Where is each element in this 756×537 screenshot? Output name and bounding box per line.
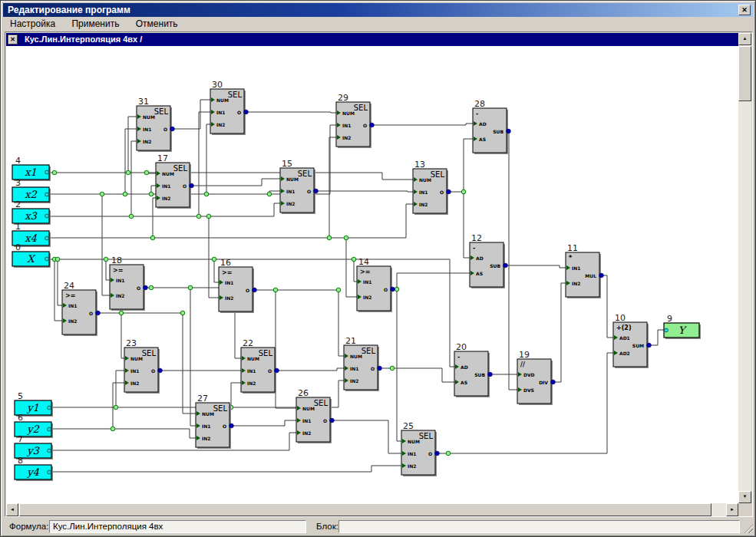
input-port-label: IN1 (302, 418, 311, 423)
output-port-dot (599, 273, 604, 278)
iobox-label: x1 (25, 166, 37, 178)
wire (378, 368, 454, 382)
resize-grip-icon[interactable] (743, 523, 753, 533)
wire (391, 289, 401, 441)
diagram-canvas[interactable]: 31SELNUMIN1IN2O30SELNUMIN1IN2O29SELNUMIN… (6, 46, 738, 503)
wire (314, 191, 413, 192)
fbd-block-22[interactable]: 22SELNUMIN1IN2O (241, 338, 279, 394)
input-port-label: NUM (247, 356, 259, 361)
menu-item-cancel[interactable]: Отменить (129, 17, 185, 31)
fbd-block-23[interactable]: 23SELNUMIN1IN2O (124, 338, 162, 394)
fbd-block-26[interactable]: 26SELNUMIN1IN2O (296, 388, 334, 443)
fbd-block-13[interactable]: 13SELNUMIN1IN2O (413, 160, 451, 215)
input-port-label: NUM (130, 356, 143, 361)
fbd-block-28[interactable]: 28-ADASSUB (473, 99, 510, 154)
output-port-dot (229, 423, 234, 428)
output-port-dot (330, 418, 335, 423)
block-number: 25 (403, 421, 414, 431)
app-window: Редактирование программ ✕ Настройка Прим… (0, 0, 756, 537)
fbd-block-24[interactable]: 24>=IN1IN2O (62, 281, 100, 336)
junction-dot (196, 214, 201, 219)
output-port-label: O (237, 110, 241, 115)
wire (128, 117, 137, 173)
vertical-scroll-thumb[interactable] (738, 46, 751, 101)
output-port-dot (190, 183, 194, 188)
output-port-dot (144, 285, 148, 290)
iobox-label: x4 (25, 232, 37, 244)
block-field[interactable] (338, 520, 740, 533)
fbd-block-21[interactable]: 21SELNUMIN1IN2O (344, 336, 381, 391)
output-box-Y[interactable]: 9Y (664, 314, 701, 339)
junction-dot (149, 192, 154, 196)
fbd-block-29[interactable]: 29SELNUMIN1IN2O (336, 93, 374, 148)
horizontal-scrollbar[interactable]: ◄ ► (6, 503, 738, 516)
output-port-dot (551, 380, 556, 384)
block-number: 23 (126, 338, 137, 348)
fbd-block-20[interactable]: 20-ADASSUB (454, 342, 492, 397)
junction-dot (150, 236, 155, 240)
output-port-dot (435, 451, 440, 456)
menu-item-apply[interactable]: Применить (64, 17, 126, 31)
scroll-down-icon[interactable]: ▼ (738, 491, 751, 503)
vertical-scrollbar[interactable]: ▲ ▼ (738, 33, 751, 503)
junction-dot (188, 285, 193, 290)
input-port-label: NUM (143, 114, 155, 120)
wire (49, 204, 413, 238)
input-port-label: NUM (302, 406, 315, 411)
input-port-label: NUM (162, 171, 174, 176)
block-type-label: SEL (154, 107, 169, 116)
fbd-block-30[interactable]: 30SELNUMIN1IN2O (210, 80, 248, 135)
block-symbol: - (473, 245, 475, 252)
block-type-label: SEL (354, 104, 368, 112)
output-port-label: O (151, 368, 155, 374)
input-port-label: IN1 (68, 303, 77, 308)
wire (244, 112, 336, 113)
fbd-block-15[interactable]: 15SELNUMIN1IN2O (280, 159, 318, 214)
horizontal-scroll-thumb[interactable] (19, 503, 711, 516)
input-port-label: AD (461, 364, 468, 370)
output-port-label: O (363, 123, 367, 128)
fbd-block-14[interactable]: 14>=IN1IN2O (357, 257, 395, 312)
fbd-block-27[interactable]: 27SELNUMIN1IN2O (196, 394, 233, 449)
input-port-label: IN1 (162, 183, 170, 189)
junction-dot (119, 311, 124, 315)
iobox-label: y1 (26, 402, 39, 413)
output-port-dot (244, 110, 249, 114)
junction-dot (344, 236, 348, 240)
output-port-label: SUB (474, 372, 485, 377)
scroll-up-icon[interactable]: ▲ (738, 33, 751, 45)
scroll-right-icon[interactable]: ► (726, 503, 738, 516)
block-number: 31 (138, 97, 149, 107)
input-port-label: AD1 (619, 335, 630, 341)
close-button[interactable]: ✕ (738, 5, 751, 15)
fbd-block-11[interactable]: 11*IN1IN2MUL (566, 243, 603, 298)
wire (599, 275, 613, 338)
scroll-left-icon[interactable]: ◄ (6, 503, 18, 516)
fbd-block-17[interactable]: 17SELNUMIN1IN2O (156, 153, 193, 209)
wire (51, 429, 196, 438)
iobox-port-dot (48, 449, 51, 453)
formula-field[interactable]: Кус.Лин.Интерполяция 4вх (49, 520, 306, 533)
block-number: 26 (298, 388, 309, 398)
fbd-block-19[interactable]: 19//DVDDVSDIV (517, 350, 555, 405)
fbd-block-18[interactable]: 18>=IN1IN2O (110, 255, 147, 311)
junction-dot (212, 257, 216, 262)
iobox-label: x2 (25, 189, 37, 200)
iobox-number: 0 (15, 242, 21, 252)
output-port-dot (170, 127, 175, 131)
document-close-icon[interactable]: ✕ (8, 35, 18, 44)
output-port-label: O (307, 189, 311, 194)
wire (49, 173, 413, 180)
fbd-block-12[interactable]: 12-ADASSUB (470, 233, 507, 288)
menu-item-settings[interactable]: Настройка (3, 17, 62, 31)
fbd-block-10[interactable]: 10+(2)AD1AD2SUM (613, 313, 651, 368)
fbd-block-31[interactable]: 31SELNUMIN1IN2O (137, 97, 174, 152)
fbd-block-16[interactable]: 16>=IN1IN2O (219, 258, 256, 313)
wire (551, 283, 566, 382)
input-port-label: IN1 (143, 127, 151, 132)
wire (507, 131, 517, 390)
iobox-port-dot (45, 257, 49, 261)
fbd-block-25[interactable]: 25SELNUMIN1IN2O (401, 421, 439, 476)
junction-dot (144, 170, 149, 175)
input-port-label: IN2 (202, 436, 210, 441)
